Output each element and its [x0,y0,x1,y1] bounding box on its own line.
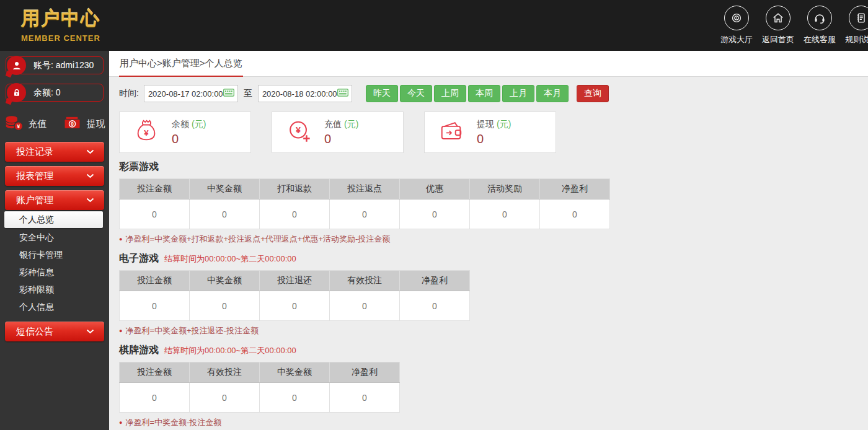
section-title: 电子游戏 [119,252,159,265]
sidebar-menu-sms-notice[interactable]: 短信公告 [5,322,104,341]
data-table: 投注金额有效投注中奖金额净盈利0000 [119,362,400,413]
topnav-label: 游戏大厅 [719,34,754,45]
stat-cards: ¥余额(元)0¥充值(元)0提现(元)0 [119,112,858,153]
quick-date-button[interactable]: 本月 [536,85,569,102]
topnav-rules[interactable]: 规则说明 [844,6,868,45]
date-picker-icon[interactable] [337,89,348,99]
sidebar-submenu-item[interactable]: 彩种限额 [0,281,109,298]
menu-label: 短信公告 [16,326,53,338]
quick-date-button[interactable]: 本周 [468,85,500,102]
date-from-input[interactable]: 2020-08-17 02:00:00 [144,85,238,102]
table-header-cell: 投注退还 [260,271,330,291]
data-table: 投注金额中奖金额打和返款投注返点优惠活动奖励净盈利0000000 [119,178,610,229]
note-text: 净盈利=中奖金额+投注退还-投注金额 [125,325,259,336]
table-row: 00000 [120,291,470,321]
time-label: 时间: [119,88,139,99]
sidebar-submenu-item[interactable]: 个人信息 [0,299,109,315]
section-lottery-games: 彩票游戏投注金额中奖金额打和返款投注返点优惠活动奖励净盈利0000000●净盈利… [119,160,858,245]
table-header-cell: 中奖金额 [190,179,260,200]
quick-date-button[interactable]: 今天 [400,85,432,102]
table-header-cell: 净盈利 [540,179,610,200]
stat-unit: (元) [192,119,206,129]
logo-subtitle: MEMBER CENTER [21,33,100,43]
quick-date-button[interactable]: 上周 [434,85,466,102]
section-title: 彩票游戏 [119,160,159,173]
sidebar-submenu-item[interactable]: 个人总览 [4,211,103,228]
table-cell: 0 [260,291,330,321]
chevron-down-icon [86,173,94,178]
user-icon [7,56,26,75]
sidebar-menu-account-management[interactable]: 账户管理 [5,190,104,210]
section-note: ●净盈利=中奖金额-投注金额 [119,417,858,428]
table-header-cell: 中奖金额 [190,271,260,291]
section-title-row: 电子游戏结算时间为00:00:00~第二天00:00:00 [119,252,858,265]
stat-label: 充值 [324,119,342,129]
table-header-cell: 投注金额 [120,179,190,200]
table-cell: 0 [190,291,260,321]
topnav-game-hall[interactable]: 游戏大厅 [719,6,754,45]
topnav-label: 返回首页 [761,34,795,45]
svg-text:¥: ¥ [296,125,301,134]
balance-value: 0 [56,87,61,97]
note-text: 净盈利=中奖金额-投注金额 [125,417,221,428]
stat-text: 充值(元)0 [324,119,358,146]
section-title: 棋牌游戏 [119,344,159,357]
stat-unit: (元) [344,119,358,129]
search-button[interactable]: 查询 [577,85,609,102]
withdraw-label: 提现 [87,118,105,130]
rules-icon [849,6,868,30]
sidebar-submenu-item[interactable]: 安全中心 [0,229,109,246]
game-hall-icon [724,6,749,30]
table-cell: 0 [120,291,190,321]
chevron-down-icon [86,198,94,203]
sidebar-menu-bet-records[interactable]: 投注记录 [5,142,104,162]
table-header-cell: 投注金额 [120,271,190,291]
table-cell: 0 [400,200,470,229]
sidebar-submenu-item[interactable]: 彩种信息 [0,264,109,281]
table-header-cell: 净盈利 [400,271,470,291]
data-table: 投注金额中奖金额投注退还有效投注净盈利00000 [119,270,470,321]
topbar-nav: 游戏大厅返回首页在线客服规则说明 [719,6,868,45]
stat-card-recharge: ¥充值(元)0 [272,112,404,153]
svg-text:¥: ¥ [144,128,149,137]
table-header-cell: 投注金额 [120,362,190,383]
topnav-label: 在线客服 [802,34,837,45]
balance-box: 余额: 0 [6,84,104,102]
svg-text:0: 0 [71,121,74,127]
date-to-input[interactable]: 2020-08-18 02:00:00 [258,85,352,102]
stat-unit: (元) [497,119,511,129]
bullet-icon: ● [119,419,122,426]
table-header-cell: 优惠 [400,179,470,200]
sidebar-submenu-item[interactable]: 银行卡管理 [0,247,109,263]
table-cell: 0 [190,383,260,413]
table-cell: 0 [260,383,330,413]
menu-label: 账户管理 [16,195,53,206]
banknote-icon: 0 [63,116,82,133]
withdraw-button[interactable]: 0 提现 [63,116,105,133]
chevron-down-icon [86,329,94,334]
breadcrumb-bar: 用户中心>账户管理>个人总览 [109,51,868,77]
quick-date-buttons: 昨天今天上周本周上月本月 [366,85,569,102]
sidebar-menu-report-management[interactable]: 报表管理 [5,166,104,186]
date-to-value: 2020-08-18 02:00:00 [262,89,337,99]
table-cell: 0 [120,200,190,229]
table-header-cell: 打和返款 [260,179,330,200]
recharge-button[interactable]: ¥ 充值 [4,115,47,133]
breadcrumb: 用户中心>账户管理>个人总览 [119,51,243,77]
topnav-service[interactable]: 在线客服 [802,6,837,45]
bullet-icon: ● [119,236,122,242]
section-subtitle: 结算时间为00:00:00~第二天00:00:00 [164,345,296,356]
stat-card-withdraw: 提现(元)0 [424,112,556,153]
date-picker-icon[interactable] [223,89,234,99]
quick-date-button[interactable]: 上月 [502,85,534,102]
table-row: 0000 [120,383,400,413]
menu-label: 投注记录 [16,146,53,158]
table-cell: 0 [260,200,330,229]
table-header-row: 投注金额中奖金额投注退还有效投注净盈利 [120,271,470,291]
table-header-cell: 活动奖励 [470,179,540,200]
stat-text: 提现(元)0 [477,119,511,146]
table-cell: 0 [540,200,610,229]
quick-date-button[interactable]: 昨天 [366,85,398,102]
topnav-home[interactable]: 返回首页 [761,6,795,45]
stat-card-balance: ¥余额(元)0 [119,112,251,153]
